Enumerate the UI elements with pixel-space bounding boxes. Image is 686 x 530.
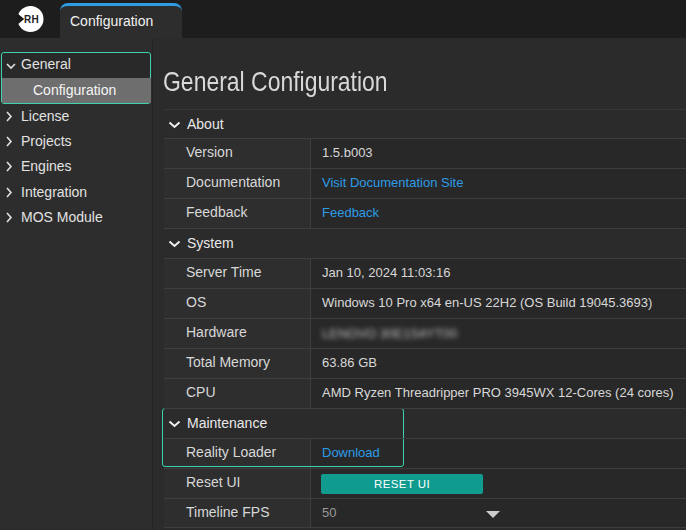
svg-text:RH: RH (24, 14, 39, 25)
